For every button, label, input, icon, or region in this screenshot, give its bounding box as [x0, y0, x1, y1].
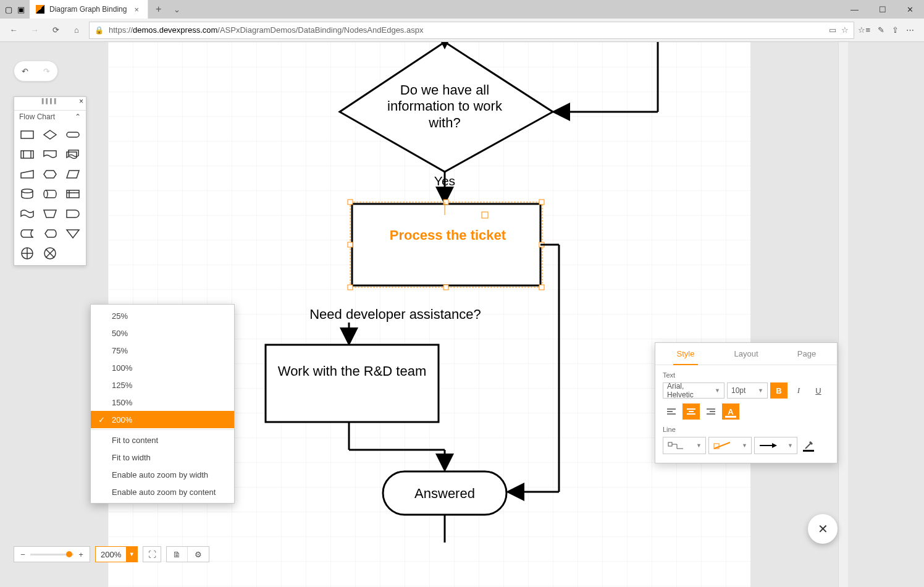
- zoom-item[interactable]: 150%: [91, 394, 234, 411]
- shape-internal-storage[interactable]: [63, 186, 82, 202]
- font-size-select[interactable]: 10pt▼: [727, 382, 768, 399]
- line-end-select[interactable]: ▼: [754, 437, 797, 454]
- line-start-select[interactable]: ▼: [663, 437, 706, 454]
- underline-button[interactable]: U: [810, 382, 827, 399]
- new-tab-button[interactable]: +: [148, 4, 169, 15]
- font-family-select[interactable]: Arial, Helvetic▼: [663, 382, 724, 399]
- zoom-item[interactable]: Enable auto zoom by width: [91, 466, 234, 483]
- share-icon[interactable]: ⇪: [892, 25, 899, 35]
- italic-button[interactable]: I: [790, 382, 807, 399]
- shape-stored-data[interactable]: [18, 226, 37, 242]
- shape-database[interactable]: [18, 186, 37, 202]
- tab-title: Diagram Graph Binding: [49, 5, 127, 14]
- line-dash-select[interactable]: ▼: [708, 437, 752, 454]
- svg-rect-7: [539, 285, 544, 290]
- more-icon[interactable]: ⋯: [906, 25, 914, 35]
- text-section-label: Text: [655, 365, 837, 382]
- bold-button[interactable]: B: [770, 382, 788, 399]
- refresh-button[interactable]: ⟳: [47, 22, 64, 39]
- address-bar[interactable]: 🔒 https://demos.devexpress.com/ASPxDiagr…: [89, 22, 854, 39]
- zoom-slider-thumb[interactable]: [66, 551, 72, 557]
- settings-button[interactable]: ⚙: [188, 547, 209, 562]
- svg-rect-19: [67, 190, 79, 198]
- shape-display[interactable]: [41, 226, 60, 242]
- font-color-button[interactable]: A: [722, 403, 739, 420]
- shape-preparation[interactable]: [41, 166, 60, 182]
- collapse-icon[interactable]: ⌃: [75, 112, 81, 121]
- tab-page[interactable]: Page: [776, 343, 837, 365]
- shape-diamond[interactable]: [41, 127, 60, 143]
- shape-manual-op[interactable]: [41, 206, 60, 222]
- shape-harddisk[interactable]: [41, 186, 60, 202]
- zoom-item[interactable]: Fit to width: [91, 449, 234, 466]
- align-center-button[interactable]: [682, 403, 700, 420]
- close-fab[interactable]: ✕: [808, 514, 838, 544]
- favorite-icon[interactable]: ☆: [841, 25, 849, 35]
- shape-document[interactable]: [41, 146, 60, 163]
- shape-data[interactable]: [63, 166, 82, 182]
- shape-rectangle[interactable]: [18, 127, 37, 143]
- zoom-item[interactable]: 125%: [91, 376, 234, 394]
- canvas-scrollbar[interactable]: [838, 42, 848, 587]
- zoom-out-button[interactable]: −: [18, 550, 28, 559]
- notes-icon[interactable]: ✎: [878, 25, 884, 35]
- zoom-item[interactable]: Enable auto zoom by content: [91, 483, 234, 500]
- shape-multi-doc[interactable]: [63, 146, 82, 163]
- shape-manual-input[interactable]: [18, 166, 37, 182]
- line-row: ▼ ▼ ▼: [655, 437, 837, 454]
- export-button[interactable]: 🗎: [167, 547, 188, 562]
- zoom-item[interactable]: 75%: [91, 342, 234, 359]
- shape-panel-header[interactable]: ▌▌▌▌ ×: [14, 97, 86, 111]
- zoom-slider[interactable]: [30, 554, 74, 555]
- rotate-handle[interactable]: [482, 212, 488, 218]
- undo-button[interactable]: ↶: [22, 67, 28, 76]
- browser-tab[interactable]: Diagram Graph Binding ×: [30, 0, 148, 19]
- zoom-dropdown-toggle[interactable]: ▼: [126, 547, 137, 562]
- shape-panel[interactable]: ▌▌▌▌ × Flow Chart ⌃: [14, 96, 86, 266]
- shape-paper-tape[interactable]: [18, 206, 37, 222]
- lock-icon: 🔒: [94, 26, 104, 35]
- zoom-in-button[interactable]: +: [76, 550, 86, 559]
- svg-marker-9: [44, 130, 56, 139]
- titlebar-app-icons: ▢ ▣: [0, 0, 30, 19]
- zoom-item[interactable]: Fit to content: [91, 431, 234, 449]
- tab-close-icon[interactable]: ×: [132, 5, 141, 14]
- align-left-button[interactable]: [663, 403, 680, 420]
- zoom-value-box[interactable]: 200% ▼: [95, 546, 138, 562]
- minimize-button[interactable]: —: [841, 0, 868, 19]
- shape-merge[interactable]: [63, 226, 82, 242]
- back-button[interactable]: ←: [5, 22, 22, 39]
- shape-sum[interactable]: [41, 245, 60, 261]
- shape-predefined[interactable]: [18, 146, 37, 163]
- tab-chevron-icon[interactable]: ⌄: [169, 5, 185, 14]
- zoom-item[interactable]: 100%: [91, 359, 234, 376]
- svg-marker-23: [67, 230, 79, 238]
- reading-view-icon[interactable]: ▭: [829, 25, 836, 35]
- forward-button[interactable]: →: [26, 22, 43, 39]
- zoom-item[interactable]: 50%: [91, 324, 234, 342]
- zoom-item-selected[interactable]: 200%: [91, 411, 234, 428]
- align-right-button[interactable]: [702, 403, 720, 420]
- zoom-item[interactable]: 25%: [91, 307, 234, 324]
- favorites-icon[interactable]: ☆≡: [858, 25, 870, 35]
- fullscreen-button[interactable]: ⛶: [143, 546, 161, 562]
- shape-terminator[interactable]: [63, 127, 82, 143]
- undo-redo-toolbar: ↶ ↷: [14, 61, 58, 82]
- tab-layout[interactable]: Layout: [716, 343, 776, 365]
- shape-panel-title-row[interactable]: Flow Chart ⌃: [14, 111, 86, 123]
- svg-rect-0: [348, 200, 353, 205]
- grip-icon[interactable]: ▌▌▌▌: [42, 98, 59, 104]
- redo-button[interactable]: ↷: [43, 67, 50, 76]
- shape-or[interactable]: [18, 245, 37, 261]
- browser-toolbar: ← → ⟳ ⌂ 🔒 https://demos.devexpress.com/A…: [0, 19, 924, 42]
- tab-style[interactable]: Style: [655, 343, 716, 365]
- panel-close[interactable]: ×: [79, 97, 83, 106]
- properties-panel[interactable]: Style Layout Page Text Arial, Helvetic▼ …: [655, 342, 838, 463]
- stroke-color-button[interactable]: [800, 437, 817, 454]
- home-button[interactable]: ⌂: [68, 22, 85, 39]
- maximize-button[interactable]: ☐: [868, 0, 896, 19]
- close-window-button[interactable]: ✕: [896, 0, 924, 19]
- zoom-menu[interactable]: 25% 50% 75% 100% 125% 150% 200% Fit to c…: [90, 304, 235, 504]
- shape-delay[interactable]: [63, 206, 82, 222]
- font-row: Arial, Helvetic▼ 10pt▼ B I U: [655, 382, 837, 399]
